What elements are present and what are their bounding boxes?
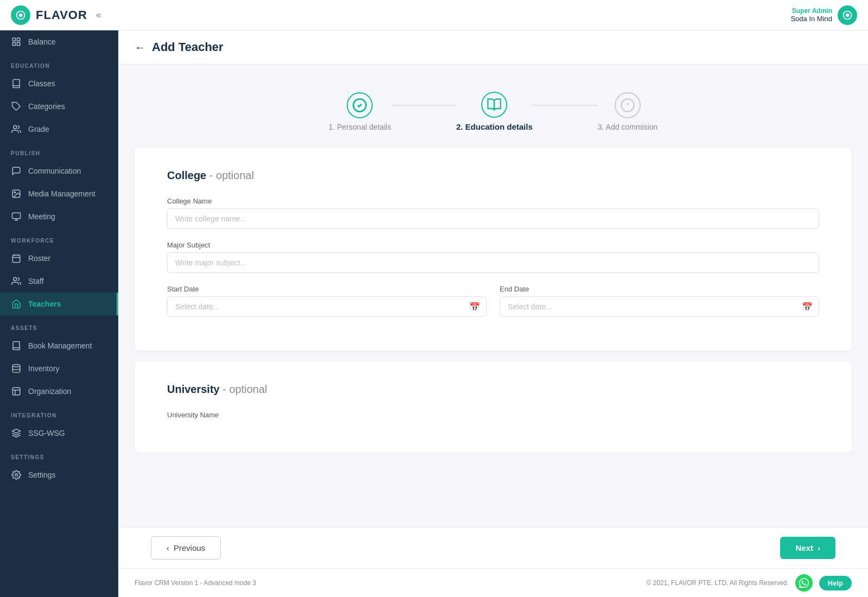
svg-rect-21 [12, 388, 20, 395]
tag-icon [11, 101, 22, 112]
sidebar-item-book-management[interactable]: Book Management [0, 334, 118, 357]
svg-marker-24 [12, 429, 21, 434]
sidebar-section-publish: PUBLISH [0, 141, 118, 160]
footer-right: © 2021, FLAVOR PTE. LTD. All Rights Rese… [646, 574, 852, 592]
logo-icon [11, 5, 30, 25]
sidebar-section-workforce: WORKFORCE [0, 228, 118, 247]
sidebar-item-media-management[interactable]: Media Management [0, 182, 118, 205]
whatsapp-button[interactable] [795, 574, 813, 592]
date-row: Start Date 📅 End Date 📅 [167, 285, 819, 329]
university-name-field: University Name [167, 411, 819, 419]
end-date-field: End Date 📅 [500, 285, 819, 317]
sidebar-label: Grade [28, 125, 49, 134]
step-line-2 [533, 105, 598, 106]
sidebar-item-balance[interactable]: Balance [0, 30, 118, 53]
users-icon [11, 124, 22, 135]
sidebar-section-education: EDUCATION [0, 53, 118, 72]
start-date-input[interactable] [167, 296, 487, 317]
step-education: 2. Education details [456, 92, 533, 131]
next-button[interactable]: Next › [780, 537, 835, 559]
college-section: College - optional College Name Major Su… [135, 148, 852, 351]
step-line-1 [391, 105, 456, 106]
sidebar-item-ssg-wsg[interactable]: SSG-WSG [0, 422, 118, 444]
sidebar-item-roster[interactable]: Roster [0, 247, 118, 270]
sidebar-label: Categories [28, 102, 65, 111]
sidebar-label: Balance [28, 37, 56, 46]
start-date-wrap: 📅 [167, 296, 487, 317]
step-label-personal: 1. Personal details [329, 123, 391, 131]
sidebar-label: Inventory [28, 364, 60, 373]
start-date-field: Start Date 📅 [167, 285, 487, 317]
back-button[interactable]: ← [135, 41, 145, 54]
footer-version: Flavor CRM Version 1 - Advanced mode 3 [135, 579, 256, 587]
step-personal: 1. Personal details [329, 92, 391, 131]
university-section: University - optional University Name [135, 361, 852, 453]
sidebar-item-communication[interactable]: Communication [0, 160, 118, 182]
start-date-label: Start Date [167, 285, 487, 293]
previous-button[interactable]: ‹ Previous [151, 536, 221, 560]
sidebar-item-inventory[interactable]: Inventory [0, 357, 118, 380]
logo-text: FLAVOR [36, 8, 87, 22]
svg-rect-12 [12, 213, 21, 219]
university-name-label: University Name [167, 411, 819, 419]
stepper: 1. Personal details 2. Education details [135, 81, 852, 148]
sidebar-item-staff[interactable]: Staff [0, 270, 118, 293]
book-icon [11, 78, 22, 89]
sidebar-item-organization[interactable]: Organization [0, 380, 118, 403]
end-date-calendar-icon[interactable]: 📅 [802, 302, 813, 312]
sidebar-label: Communication [28, 167, 81, 175]
page-header: ← Add Teacher [118, 30, 868, 65]
svg-rect-4 [12, 38, 15, 41]
college-name-input[interactable] [167, 208, 819, 229]
end-date-label: End Date [500, 285, 819, 293]
major-subject-input[interactable] [167, 252, 819, 273]
avatar [838, 5, 857, 25]
footer-copyright: © 2021, FLAVOR PTE. LTD. All Rights Rese… [646, 579, 789, 587]
step-icon-commission [615, 92, 641, 118]
svg-rect-5 [17, 38, 20, 41]
media-icon [11, 188, 22, 199]
step-icon-education [481, 92, 507, 118]
svg-point-20 [12, 365, 20, 367]
svg-rect-6 [12, 43, 15, 46]
step-label-education: 2. Education details [456, 122, 533, 131]
sidebar-label: Meeting [28, 212, 55, 221]
end-date-input[interactable] [500, 296, 819, 317]
next-chevron-icon: › [818, 543, 820, 552]
top-header: FLAVOR « Super Admin Soda In Mind [0, 0, 868, 30]
sidebar-label: Teachers [28, 300, 61, 308]
sidebar-item-grade[interactable]: Grade [0, 118, 118, 141]
college-section-title: College - optional [167, 169, 819, 182]
step-commission: 3. Add commision [598, 92, 658, 131]
help-button[interactable]: Help [819, 576, 852, 590]
sidebar-item-classes[interactable]: Classes [0, 72, 118, 95]
prev-label: Previous [174, 543, 205, 552]
major-subject-label: Major Subject [167, 241, 819, 249]
step-icon-personal [347, 92, 373, 118]
svg-point-19 [14, 277, 17, 281]
user-area: Super Admin Soda In Mind [790, 5, 857, 25]
gear-icon [11, 469, 22, 480]
svg-point-3 [846, 13, 850, 17]
sidebar-item-meeting[interactable]: Meeting [0, 205, 118, 228]
calendar-icon [11, 253, 22, 264]
sidebar-section-assets: ASSETS [0, 315, 118, 334]
sidebar-item-teachers[interactable]: Teachers [0, 293, 118, 315]
svg-rect-15 [12, 255, 20, 263]
sidebar-label: Classes [28, 79, 55, 88]
end-date-wrap: 📅 [500, 296, 819, 317]
sidebar-section-integration: INTEGRATION [0, 403, 118, 422]
page-title: Add Teacher [152, 40, 224, 54]
prev-chevron-icon: ‹ [167, 543, 169, 552]
user-name: Soda In Mind [790, 15, 832, 23]
sidebar-item-categories[interactable]: Categories [0, 95, 118, 118]
svg-point-11 [14, 192, 15, 193]
sidebar-label: Roster [28, 254, 50, 263]
svg-point-1 [19, 13, 23, 17]
college-name-field: College Name [167, 197, 819, 229]
sidebar-item-settings[interactable]: Settings [0, 463, 118, 486]
svg-rect-7 [17, 43, 20, 46]
user-info: Super Admin Soda In Mind [790, 7, 832, 23]
collapse-button[interactable]: « [96, 9, 101, 21]
start-date-calendar-icon[interactable]: 📅 [469, 302, 480, 312]
